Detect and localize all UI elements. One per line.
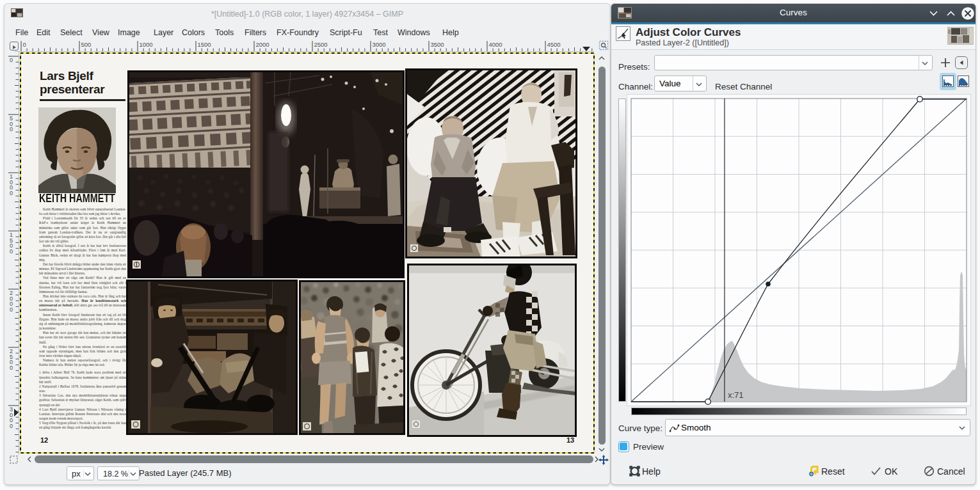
svg-text:x:71: x:71 (728, 390, 744, 400)
svg-text:0: 0 (10, 248, 13, 255)
svg-text:2500: 2500 (314, 41, 328, 48)
svg-text:0: 0 (23, 41, 26, 48)
svg-text:0: 0 (10, 190, 13, 196)
svg-text:4000: 4000 (489, 41, 502, 48)
svg-text:0: 0 (10, 57, 13, 63)
svg-text:3000: 3000 (373, 41, 386, 48)
svg-text:0: 0 (10, 365, 13, 371)
svg-text:0: 0 (10, 306, 13, 313)
svg-text:4500: 4500 (547, 41, 561, 48)
svg-text:3500: 3500 (431, 41, 444, 48)
svg-text:500: 500 (81, 41, 92, 48)
svg-text:0: 0 (10, 423, 13, 429)
svg-text:1000: 1000 (140, 41, 153, 48)
svg-text:1500: 1500 (198, 41, 211, 48)
svg-text:0: 0 (10, 126, 13, 132)
svg-text:2000: 2000 (256, 41, 269, 48)
